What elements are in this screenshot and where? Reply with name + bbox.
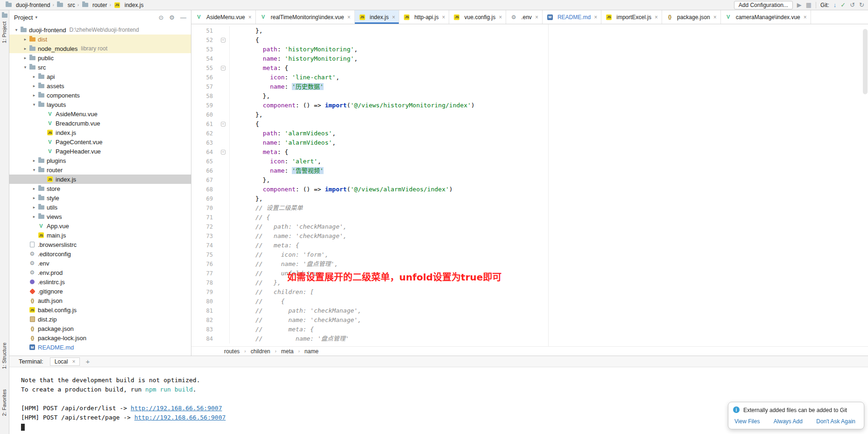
editor-tab-http-api-js[interactable]: http-api.js: [399, 10, 449, 24]
breadcrumb-item[interactable]: router: [80, 2, 108, 8]
code-line[interactable]: 67 },: [191, 175, 868, 185]
editor-tab-vue-config-js[interactable]: vue.config.js: [449, 10, 506, 24]
tree-item[interactable]: plugins: [9, 156, 191, 165]
code-line[interactable]: 52− {: [191, 35, 868, 45]
code-line[interactable]: 65 icon: 'alert',: [191, 157, 868, 166]
tree-item[interactable]: style: [9, 193, 191, 203]
chevron-right-icon[interactable]: [31, 158, 37, 163]
code-line[interactable]: 70 // 设置二级菜单: [191, 203, 868, 213]
code-line[interactable]: 57 name: '历史数据': [191, 82, 868, 91]
tree-item[interactable]: auth.json: [9, 296, 191, 305]
editor-tab-index-js[interactable]: index.js: [355, 10, 400, 24]
code-line[interactable]: 79 // children: [: [191, 287, 868, 297]
code-line[interactable]: 58 },: [191, 91, 868, 101]
breadcrumb-item[interactable]: src: [56, 2, 76, 8]
fold-minus-icon[interactable]: −: [221, 66, 226, 70]
breadcrumb-item[interactable]: index.js: [113, 2, 145, 8]
chevron-down-icon[interactable]: [22, 65, 28, 70]
tree-item[interactable]: duoji-frontendD:\zheheWeb\duoji-frontend: [9, 25, 191, 35]
revert-icon[interactable]: ↻: [859, 2, 864, 8]
editor-tab-readme-md[interactable]: README.md: [543, 10, 601, 24]
code-line[interactable]: 61− {: [191, 119, 868, 129]
chevron-right-icon[interactable]: [31, 205, 37, 210]
tree-item[interactable]: main.js: [9, 231, 191, 240]
chevron-right-icon[interactable]: [31, 214, 37, 219]
close-icon[interactable]: [347, 14, 351, 20]
editor-breadcrumb-item[interactable]: name: [304, 348, 318, 355]
terminal-link[interactable]: http://192.168.66.56:9007: [131, 405, 222, 412]
tree-item[interactable]: App.vue: [9, 221, 191, 231]
code-line[interactable]: 60 },: [191, 110, 868, 119]
tree-item[interactable]: babel.config.js: [9, 305, 191, 315]
tree-item[interactable]: .env: [9, 259, 191, 268]
tree-item[interactable]: components: [9, 91, 191, 100]
code-line[interactable]: 51 },: [191, 26, 868, 35]
tree-item[interactable]: .gitignore: [9, 287, 191, 296]
tree-item[interactable]: index.js: [9, 128, 191, 137]
tree-item[interactable]: layouts: [9, 100, 191, 109]
update-icon[interactable]: ↓: [833, 2, 837, 8]
chevron-down-icon[interactable]: [13, 28, 20, 32]
code-line[interactable]: 84 // name: '盘点管理': [191, 334, 868, 343]
code-line[interactable]: 68 component: () => import('@/views/alar…: [191, 185, 868, 194]
editor-tab-importexcel-js[interactable]: importExcel.js: [601, 10, 662, 24]
code-line[interactable]: 75 // icon: 'form',: [191, 250, 868, 259]
code-line[interactable]: 71 // {: [191, 213, 868, 222]
code-line[interactable]: 73 // name: 'checkManage',: [191, 231, 868, 241]
close-icon[interactable]: [442, 14, 445, 20]
editor-scrollbar[interactable]: [863, 29, 868, 94]
tree-item[interactable]: .browserslistrc: [9, 240, 191, 249]
code-line[interactable]: 72 // path: 'checkManage',: [191, 222, 868, 231]
tree-item[interactable]: index.js: [9, 175, 191, 184]
code-line[interactable]: 76 // name: '盘点管理',: [191, 259, 868, 269]
notification-action[interactable]: Don't Ask Again: [816, 418, 855, 425]
tree-item[interactable]: src: [9, 63, 191, 72]
code-line[interactable]: 62 path: 'alarmVideos',: [191, 129, 868, 138]
chevron-right-icon[interactable]: [31, 74, 37, 79]
chevron-down-icon[interactable]: [35, 15, 37, 20]
close-icon[interactable]: [713, 14, 717, 20]
gear-icon[interactable]: [169, 14, 175, 21]
code-line[interactable]: 63 name: 'alarmVideos',: [191, 138, 868, 147]
tree-item[interactable]: node_moduleslibrary root: [9, 44, 191, 53]
chevron-right-icon[interactable]: [22, 56, 28, 60]
close-icon[interactable]: [392, 14, 395, 20]
chevron-down-icon[interactable]: [31, 102, 37, 107]
chevron-right-icon[interactable]: [22, 37, 28, 42]
chevron-right-icon[interactable]: [31, 186, 37, 191]
stripe-project-tab[interactable]: 1: Project: [1, 21, 7, 43]
project-panel-title[interactable]: Project: [14, 14, 33, 21]
code-line[interactable]: 64− meta: {: [191, 147, 868, 157]
tree-item[interactable]: views: [9, 212, 191, 221]
chevron-right-icon[interactable]: [31, 84, 37, 88]
tree-item[interactable]: package.json: [9, 324, 191, 333]
close-icon[interactable]: [248, 14, 252, 20]
tree-item[interactable]: Breadcrumb.vue: [9, 119, 191, 128]
notification-action[interactable]: Always Add: [774, 418, 803, 425]
tree-item[interactable]: AsideMenu.vue: [9, 109, 191, 119]
notification-action[interactable]: View Files: [734, 418, 760, 425]
tree-item[interactable]: dist: [9, 35, 191, 44]
tree-item[interactable]: package-lock.json: [9, 333, 191, 343]
tree-item[interactable]: PageHeader.vue: [9, 147, 191, 156]
chevron-right-icon[interactable]: [22, 46, 28, 51]
code-line[interactable]: 55− meta: {: [191, 63, 868, 73]
fold-minus-icon[interactable]: −: [221, 122, 226, 126]
breadcrumb-item[interactable]: duoji-frontend: [4, 2, 51, 8]
tree-item[interactable]: README.md: [9, 343, 191, 352]
code-line[interactable]: 53 path: 'historyMonitoring',: [191, 45, 868, 54]
editor-tab--env[interactable]: .env: [506, 10, 543, 24]
editor-breadcrumb-item[interactable]: meta: [281, 348, 294, 355]
code-line[interactable]: 80 // {: [191, 297, 868, 306]
tree-item[interactable]: public: [9, 53, 191, 63]
tree-item[interactable]: store: [9, 184, 191, 193]
editor-breadcrumb-item[interactable]: children: [251, 348, 270, 355]
tree-item[interactable]: .eslintrc.js: [9, 277, 191, 287]
tree-item[interactable]: dist.zip: [9, 315, 191, 324]
tree-item[interactable]: assets: [9, 81, 191, 91]
close-icon[interactable]: [594, 14, 597, 20]
terminal-link[interactable]: http://192.168.66.56:9007: [134, 414, 226, 421]
tree-item[interactable]: .editorconfig: [9, 249, 191, 259]
locate-icon[interactable]: [158, 14, 163, 21]
code-line[interactable]: 54 name: 'historyMonitoring',: [191, 54, 868, 63]
